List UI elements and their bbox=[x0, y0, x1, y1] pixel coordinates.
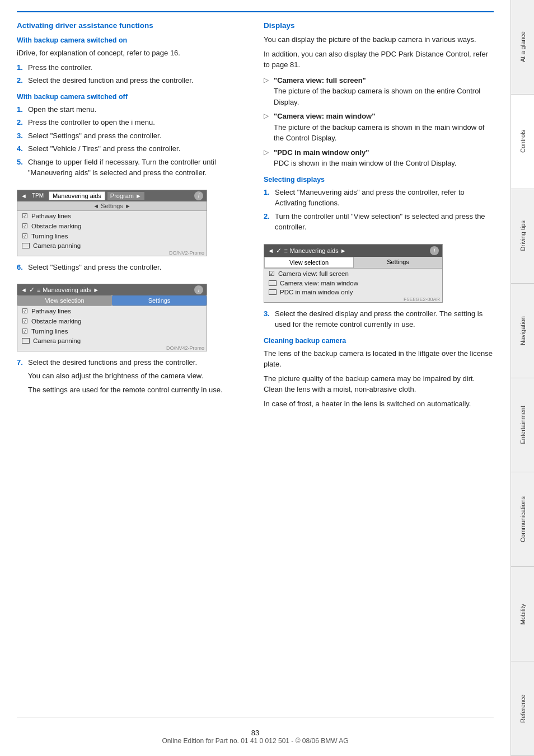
cleaning-p3: In case of frost, a heater in the lens i… bbox=[264, 398, 494, 410]
mockup2-checkmark: ✓ bbox=[29, 286, 35, 294]
sidebar-label-entertainment: Entertainment bbox=[519, 406, 526, 444]
step-1: 1. Press the controller. bbox=[17, 62, 247, 73]
mockup1-info: i bbox=[194, 191, 203, 200]
ui-mockup-right: ◄ ✓ ≡ Maneuvering aids ► i View selectio… bbox=[264, 244, 443, 303]
mockup2-item-1: ☑ Pathway lines bbox=[17, 306, 207, 316]
step7-note1: You can also adjust the brightness of th… bbox=[28, 370, 223, 382]
sidebar-tab-controls[interactable]: Controls bbox=[511, 95, 534, 189]
mockup2-left-arrow: ◄ bbox=[21, 287, 27, 293]
step-off-5: 5. Change to upper field if necessary. T… bbox=[17, 157, 247, 179]
sidebar-label-reference: Reference bbox=[519, 694, 526, 723]
mockup2-info: i bbox=[194, 285, 203, 294]
sidebar-label-mobility: Mobility bbox=[519, 604, 526, 624]
step-2: 2. Select the desired function and press… bbox=[17, 75, 247, 86]
mockup1-program: Program ► bbox=[107, 192, 144, 200]
main-title: Activating driver assistance functions bbox=[17, 21, 247, 30]
sidebar-tab-communications[interactable]: Communications bbox=[511, 472, 534, 567]
sidebar-label-navigation: Navigation bbox=[519, 316, 526, 345]
right-mockup-maneuvering: Maneuvering aids ► bbox=[290, 247, 428, 254]
selecting-steps: 1. Select "Maneuvering aids" and press t… bbox=[264, 187, 494, 233]
cleaning-p1: The lens of the backup camera is located… bbox=[264, 348, 494, 370]
mockup2-tab-settings: Settings bbox=[112, 295, 207, 306]
display-options-list: ▷ "Camera view: full screen" The picture… bbox=[264, 75, 494, 169]
step-6-list: 6. Select "Settings" and press the contr… bbox=[17, 262, 247, 273]
mockup2-item-2: ☑ Obstacle marking bbox=[17, 316, 207, 326]
display-option-1: ▷ "Camera view: full screen" The picture… bbox=[264, 75, 494, 108]
sidebar-tab-at-a-glance[interactable]: At a glance bbox=[511, 0, 534, 95]
displays-intro2: In addition, you can also display the PD… bbox=[264, 49, 494, 71]
right-mockup-info: i bbox=[430, 246, 439, 255]
step-off-3: 3. Select "Settings" and press the contr… bbox=[17, 130, 247, 142]
display-option-3: ▷ "PDC in main window only" PDC is shown… bbox=[264, 147, 494, 169]
step-7: 7. Select the desired functions and pres… bbox=[17, 357, 247, 399]
mockup1-left-arrow: ◄ bbox=[21, 192, 27, 199]
sidebar-label-at-a-glance: At a glance bbox=[519, 31, 526, 62]
right-mockup-item-3: PDC in main window only bbox=[264, 288, 442, 297]
right-mockup-left-arrow: ◄ bbox=[268, 247, 274, 254]
subtitle-camera-on: With backup camera switched on bbox=[17, 36, 247, 44]
mockup1-item-3: ☑ Turning lines bbox=[17, 231, 207, 241]
right-mockup-icon: ≡ bbox=[284, 247, 287, 254]
intro-text: iDrive, for explanation of concept, refe… bbox=[17, 48, 247, 59]
step-3-right: 3. Select the desired display and press … bbox=[264, 308, 494, 330]
cleaning-title: Cleaning backup camera bbox=[264, 337, 494, 345]
sidebar-label-controls: Controls bbox=[519, 130, 526, 153]
ui-mockup-1: ◄ TPM Maneuvering aids Program ► i ◄ Set… bbox=[17, 190, 207, 256]
step-7-list: 7. Select the desired functions and pres… bbox=[17, 357, 247, 399]
right-mockup-item-2: Camera view: main window bbox=[264, 279, 442, 288]
page-number: 83 bbox=[251, 729, 259, 737]
mockup1-tpm: TPM bbox=[29, 192, 46, 199]
mockup1-img-label: DO/NV2-Promo bbox=[17, 250, 207, 256]
mockup1-item-2: ☑ Obstacle marking bbox=[17, 221, 207, 231]
displays-title: Displays bbox=[264, 21, 494, 30]
display-option-2: ▷ "Camera view: main window" The picture… bbox=[264, 111, 494, 144]
mockup1-submenu: ◄ Settings ► bbox=[17, 201, 207, 210]
step7-note2: The settings are used for the remote con… bbox=[28, 384, 223, 396]
step-off-1: 1. Open the start menu. bbox=[17, 104, 247, 115]
right-mockup-item-1: ☑ Camera view: full screen bbox=[264, 269, 442, 279]
right-mockup-tab-view: View selection bbox=[264, 257, 354, 268]
mockup2-tab-view: View selection bbox=[17, 295, 112, 306]
mockup2-icon: ≡ bbox=[37, 287, 40, 293]
subtitle-camera-off: With backup camera switched off bbox=[17, 93, 247, 101]
step-3-list: 3. Select the desired display and press … bbox=[264, 308, 494, 330]
mockup1-item-4: Camera panning bbox=[17, 241, 207, 250]
sidebar: At a glance Controls Driving tips Naviga… bbox=[510, 0, 534, 756]
mockup2-tabs: View selection Settings bbox=[17, 295, 207, 306]
sidebar-tab-entertainment[interactable]: Entertainment bbox=[511, 378, 534, 473]
mockup2-maneuvering: Maneuvering aids ► bbox=[43, 287, 192, 293]
steps-camera-off: 1. Open the start menu. 2. Press the con… bbox=[17, 104, 247, 179]
step-off-4: 4. Select "Vehicle / Tires" and press th… bbox=[17, 143, 247, 154]
sel-step-1: 1. Select "Maneuvering aids" and press t… bbox=[264, 187, 494, 209]
steps-camera-on: 1. Press the controller. 2. Select the d… bbox=[17, 62, 247, 86]
sel-step-2: 2. Turn the controller until "View selec… bbox=[264, 211, 494, 233]
sidebar-tab-mobility[interactable]: Mobility bbox=[511, 567, 534, 661]
right-mockup-tabs: View selection Settings bbox=[264, 257, 442, 268]
mockup2-img-label: DO/NV42-Promo bbox=[17, 345, 207, 351]
sidebar-label-communications: Communications bbox=[519, 496, 526, 542]
mockup1-maneuvering: Maneuvering aids bbox=[49, 191, 105, 200]
displays-intro1: You can display the picture of the backu… bbox=[264, 34, 494, 45]
right-mockup-checkmark: ✓ bbox=[276, 247, 282, 255]
right-mockup-img-label: F5E8GE2-00AR bbox=[264, 297, 442, 302]
footer-text: Online Edition for Part no. 01 41 0 012 … bbox=[162, 737, 348, 745]
sidebar-tab-driving-tips[interactable]: Driving tips bbox=[511, 189, 534, 284]
page-footer: 83 Online Edition for Part no. 01 41 0 0… bbox=[17, 717, 494, 745]
mockup2-item-3: ☑ Turning lines bbox=[17, 326, 207, 336]
ui-mockup-2: ◄ ✓ ≡ Maneuvering aids ► i View selectio… bbox=[17, 284, 207, 351]
selecting-title: Selecting displays bbox=[264, 176, 494, 184]
sidebar-tab-reference[interactable]: Reference bbox=[511, 661, 534, 756]
right-mockup-tab-settings: Settings bbox=[354, 257, 442, 268]
step-6: 6. Select "Settings" and press the contr… bbox=[17, 262, 247, 273]
mockup2-item-4: Camera panning bbox=[17, 336, 207, 345]
mockup1-item-1: ☑ Pathway lines bbox=[17, 211, 207, 221]
step-off-2: 2. Press the controller to open the i me… bbox=[17, 117, 247, 128]
sidebar-label-driving-tips: Driving tips bbox=[519, 220, 526, 251]
cleaning-p2: The picture quality of the backup camera… bbox=[264, 373, 494, 395]
sidebar-tab-navigation[interactable]: Navigation bbox=[511, 284, 534, 378]
